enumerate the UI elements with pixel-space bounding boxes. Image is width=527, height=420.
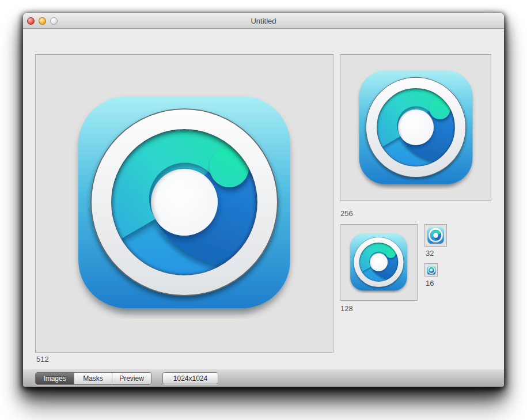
- bottom-toolbar: Images Masks Preview 1024x1024: [23, 369, 504, 387]
- content-area: 512 256 128 32: [23, 29, 504, 369]
- screenshot-canvas: Untitled 512 256 128: [0, 0, 527, 420]
- app-icon-32-image: [427, 226, 445, 244]
- preview-well-512[interactable]: [35, 54, 333, 353]
- size-label-512: 512: [36, 355, 49, 364]
- view-segmented-control: Images Masks Preview: [35, 372, 151, 385]
- preview-well-256[interactable]: [340, 54, 491, 201]
- app-icon-128-image: [348, 232, 410, 293]
- preview-well-32[interactable]: [424, 224, 447, 247]
- size-label-16: 16: [426, 279, 434, 287]
- size-1024-button[interactable]: 1024x1024: [162, 372, 218, 384]
- size-label-128: 128: [340, 304, 353, 313]
- tab-preview[interactable]: Preview: [112, 373, 151, 384]
- window-titlebar[interactable]: Untitled: [23, 13, 504, 29]
- preview-well-16[interactable]: [424, 263, 438, 277]
- tab-masks[interactable]: Masks: [74, 373, 112, 384]
- tab-images[interactable]: Images: [36, 373, 74, 384]
- app-icon-256-image: [354, 66, 477, 190]
- size-label-256: 256: [340, 209, 353, 218]
- app-icon-512-image: [69, 88, 299, 319]
- app-icon-16-image: [427, 266, 436, 275]
- preview-well-128[interactable]: [340, 224, 418, 301]
- window-title: Untitled: [23, 13, 504, 29]
- size-label-32: 32: [426, 249, 434, 258]
- app-window: Untitled 512 256 128: [23, 13, 504, 387]
